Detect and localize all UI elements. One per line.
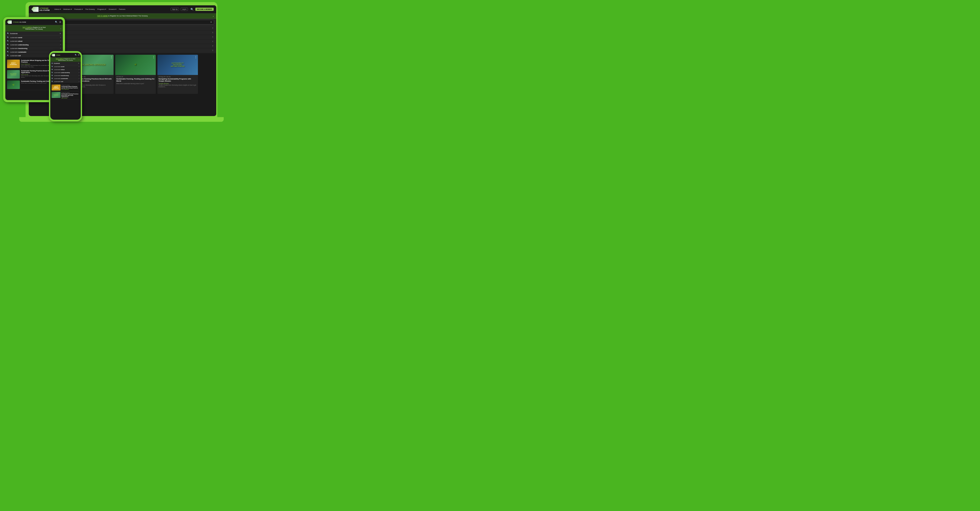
card-info-3: 20 Feb 20 Sustainable Farming, Feeding a… [115, 75, 156, 86]
nav-webinars[interactable]: Webinars ▾ [62, 8, 73, 11]
card-meta-3: 20 Feb 20 [116, 76, 155, 78]
phone-sug-understanding[interactable]: 🔍 sustainable understanding ↗ [50, 71, 81, 74]
phone-logo-text: XTREME [56, 54, 60, 56]
ts-sug-text-understanding: sustainable understanding [10, 44, 59, 46]
phone-result-title-2: Sustainable Farming Practices Boost ROI … [61, 93, 80, 97]
ps-sug-wheat: sustainable wheat [54, 69, 77, 70]
tablet-thumb-3: 🌿 [7, 81, 20, 89]
ps-sug-arrow-icon: ↗ [78, 66, 80, 67]
login-button[interactable]: Log In [181, 8, 188, 11]
thumb-label-sustain: SUSTAINABILITYPROGRAMS:GETTING STARTED [170, 62, 186, 68]
nav-granary[interactable]: The Granary [84, 8, 96, 11]
laptop-navbar: XTREME AG.FARM Videos ▾ Webinars ▾ Podca… [29, 5, 216, 13]
phone-results: WHEATSTRIPPING 6 Sep 24 • 3m 8s Sustaina… [50, 83, 81, 100]
ts-sug-search-icon: 🔍 [7, 55, 9, 56]
phone-result-info-1: 6 Sep 24 • 3m 8s Sustainable Wheat Strip… [61, 84, 80, 90]
ps-sug-search-icon: 🔍 [52, 75, 53, 76]
phone-result-title-1: Sustainable Wheat Stripping and No-Till … [61, 86, 80, 89]
card-thumbnail-3: 🌿 ⋮ [115, 55, 156, 75]
ts-sug-search-icon: 🔍 [7, 51, 9, 53]
phone-menu-icon[interactable]: ☰ [78, 54, 80, 56]
phone-thumb-label-1: WHEATSTRIPPING [53, 86, 59, 89]
phone-sug-wheat[interactable]: 🔍 sustainable wheat ↗ [50, 68, 81, 71]
tablet-search-icon[interactable]: 🔍 [55, 21, 57, 23]
phone-sug-soil[interactable]: 🔍 sustainable soil ↗ [50, 80, 81, 83]
phone-result-2[interactable]: BALANCINGNITROGEN 6 Sep 24 • 3m 8s Susta… [52, 91, 80, 100]
ps-sug-search-icon: 🔍 [52, 78, 53, 79]
card-title-3: Sustainable Farming, Feeding and Clothin… [116, 78, 155, 83]
nav-partners[interactable]: Partners [118, 8, 126, 11]
tablet-logo-icon [7, 21, 12, 24]
ps-sug-search-icon: 🔍 [52, 72, 53, 73]
tablet-thumb-1: WHEATSTRIPPING [7, 60, 20, 68]
phone-device: XTREME 🔍 ☰ TAP IT HERE to Register for o… [49, 51, 82, 121]
phone-search-clear-icon[interactable]: ✕ [78, 62, 80, 64]
tablet-search-magnifier-icon: 🔍 [7, 33, 9, 35]
result-card-4[interactable]: SUSTAINABILITYPROGRAMS:GETTING STARTED ⋮… [158, 55, 198, 94]
phone-sug-world[interactable]: 🔍 sustainable world ↗ [50, 65, 81, 68]
search-clear-icon[interactable]: ✕ [210, 21, 212, 24]
nav-podcasts[interactable]: Podcasts ▾ [73, 8, 84, 11]
tablet-sug-transforming[interactable]: 🔍 sustainable transforming ↗ [5, 47, 63, 50]
thumb-label-nitrogen: BALANCING NITROGEN [80, 63, 107, 67]
tablet-banner-chevron-icon: ⌄ [60, 27, 62, 29]
suggestion-arrow-icon: ↗ [212, 27, 214, 30]
tablet-thumb-2: BALANCINGNITROGEN [7, 70, 20, 79]
ps-sug-transforming: sustainable transforming [54, 75, 77, 76]
phone-banner-text: TAP IT HERE to Register for our NextWebi… [56, 58, 75, 61]
tablet-search-input[interactable]: Sustainab [10, 33, 59, 35]
ps-sug-search-icon: 🔍 [52, 81, 53, 82]
tablet-logo-text: XTREME AG.FARM [13, 22, 26, 23]
tablet-sug-wheat[interactable]: 🔍 sustainable wheat ↗ [5, 40, 63, 43]
card-author-4: Temple Rhodes [159, 83, 197, 84]
tablet-banner[interactable]: TAP IT HERE to Register for our NextWebi… [5, 25, 63, 32]
phone-sug-sustainable[interactable]: 🔍 sustainable sustainable ↗ [50, 77, 81, 80]
phone-navbar: XTREME 🔍 ☰ [50, 53, 81, 57]
phone-result-1[interactable]: WHEATSTRIPPING 6 Sep 24 • 3m 8s Sustaina… [52, 84, 80, 91]
tablet-sug-world[interactable]: 🔍 sustainable world ↗ [5, 36, 63, 40]
phone-search-input[interactable]: Sustainab [54, 63, 78, 64]
tablet-banner-text: TAP IT HERE to Register for our NextWebi… [22, 27, 46, 30]
ps-sug-understanding: sustainable understanding [54, 72, 77, 73]
phone-search-bar[interactable]: 🔍 Sustainab ✕ [50, 62, 81, 65]
card-more-icon-2[interactable]: ⋮ [110, 56, 113, 59]
phone-search-icon[interactable]: 🔍 [75, 54, 77, 56]
phone-suggestions: 🔍 sustainable world ↗ 🔍 sustainable whea… [50, 65, 81, 83]
laptop-logo[interactable]: XTREME AG.FARM [31, 7, 50, 12]
phone-banner[interactable]: TAP IT HERE to Register for our NextWebi… [50, 57, 81, 62]
ts-sug-arrow-icon: ↗ [60, 36, 61, 38]
signup-button[interactable]: Sign Up [171, 8, 179, 11]
ps-sug-arrow-icon: ↗ [78, 78, 80, 79]
suggestion-arrow-icon: ↗ [212, 40, 214, 43]
ps-sug-sustainable: sustainable sustainable [54, 78, 77, 79]
ps-sug-arrow-icon: ↗ [78, 69, 80, 70]
tablet-sug-understanding[interactable]: 🔍 sustainable understanding ↗ [5, 43, 63, 47]
card-more-icon-3[interactable]: ⋮ [152, 56, 155, 59]
tablet-navbar: XTREME AG.FARM 🔍 ☰ [5, 19, 63, 25]
card-more-icon-4[interactable]: ⋮ [194, 56, 197, 59]
tablet-menu-icon[interactable]: ☰ [59, 21, 61, 23]
thumb-label-wetland: 🌿 [134, 63, 137, 67]
search-icon[interactable]: 🔍 [191, 8, 194, 11]
phone-nav-right: 🔍 ☰ [75, 54, 80, 56]
ts-sug-text-wheat: sustainable wheat [10, 40, 59, 42]
tablet-nav-right: 🔍 ☰ [55, 21, 61, 23]
nav-programs[interactable]: Programs ▾ [96, 8, 107, 11]
nav-videos[interactable]: Videos ▾ [53, 8, 62, 11]
ts-sug-search-icon: 🔍 [7, 40, 9, 42]
tablet-search-clear-icon[interactable]: ✕ [59, 32, 61, 35]
ts-sug-search-icon: 🔍 [7, 44, 9, 46]
ts-sug-search-icon: 🔍 [7, 48, 9, 49]
card-info-4: 10 Aug 24 • 3m 8s Navigating Sustainabil… [158, 75, 198, 89]
nav-growers[interactable]: Growers ▾ [108, 8, 118, 11]
phone-sug-transforming[interactable]: 🔍 sustainable transforming ↗ [50, 74, 81, 77]
ts-sug-text-world: sustainable world [10, 37, 59, 38]
result-card-3[interactable]: 🌿 ⋮ 20 Feb 20 Sustainable Farming, Feedi… [115, 55, 156, 94]
tablet-search-bar[interactable]: 🔍 Sustainab ✕ [5, 32, 63, 36]
laptop-nav-links: Videos ▾ Webinars ▾ Podcasts ▾ The Grana… [53, 8, 169, 11]
ps-sug-arrow-icon: ↗ [78, 72, 80, 73]
become-member-button[interactable]: BECOME A MEMBER [196, 8, 214, 11]
suggestion-arrow-icon: ↗ [212, 31, 214, 34]
ts-sug-arrow-icon: ↗ [60, 40, 61, 42]
ps-sug-world: sustainable world [54, 66, 77, 67]
